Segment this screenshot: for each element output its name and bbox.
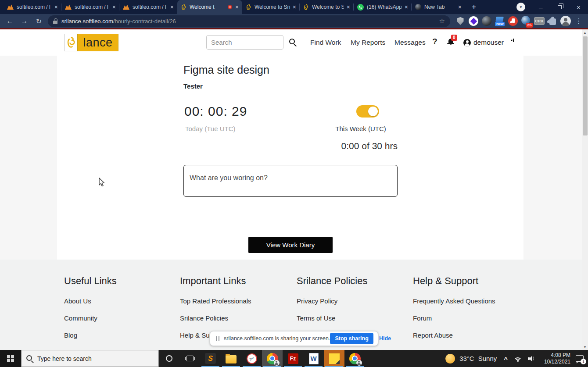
footer-link[interactable]: Terms of Use [297,314,367,322]
browser-tab[interactable]: softileo.com / l × [61,0,119,14]
scroll-down-icon[interactable]: ▼ [582,344,588,350]
scrollbar-thumb[interactable] [583,36,588,135]
taskbar-app-filezilla[interactable]: Fz [283,350,303,367]
weather-condition[interactable]: Sunny [478,355,497,362]
footer-link[interactable]: Report Abuse [413,331,495,339]
tab-title: Welcome t [190,4,225,10]
bookmark-star-icon[interactable]: ☆ [439,17,445,25]
profile-avatar[interactable] [559,14,572,28]
address-bar[interactable]: srilance.softileo.com /hourly-contract-d… [48,15,450,27]
stop-sharing-button[interactable]: Stop sharing [330,333,373,344]
tray-expand-icon[interactable]: ^ [504,356,508,363]
browser-tab[interactable]: (16) WhatsApp × [354,0,412,14]
clock-date: 10/12/2021 [540,359,570,365]
weather-temp[interactable]: 33°C [459,355,474,362]
adblock-extension-icon[interactable] [506,14,520,28]
footer-link[interactable]: Community [64,314,117,322]
softileo-favicon-icon [65,4,72,10]
work-memo-input[interactable] [183,165,398,197]
search-icon [26,355,33,362]
taskbar-search[interactable] [21,350,159,367]
taskbar-app-sticky-notes[interactable] [324,350,344,367]
contract-title: Figma site design [183,64,269,76]
timer-value: 00: 00: 29 [184,104,247,119]
task-view-button[interactable] [179,350,200,367]
footer-link[interactable]: Privacy Policy [297,297,367,305]
weather-sun-icon[interactable] [445,354,455,363]
taskbar-search-input[interactable] [37,355,143,362]
browser-tab[interactable]: softileo.com / l × [4,0,61,14]
browser-tab[interactable]: Welcome to Sri × [300,0,354,14]
week-caption: This Week (UTC) [326,125,396,132]
timer-toggle[interactable] [356,105,379,118]
shield-extension-icon[interactable] [454,14,467,28]
restore-button[interactable] [550,0,569,14]
folder-icon [226,355,237,363]
sphere-icon [482,16,491,26]
forward-button[interactable]: → [17,14,32,28]
footer-link[interactable]: Blog [64,331,117,339]
taskbar-app-word[interactable]: W [303,350,324,367]
footer-link[interactable]: About Us [64,297,117,305]
tab-close-icon[interactable]: × [293,4,296,10]
help-button[interactable]: ? [432,37,437,46]
taskbar-clock[interactable]: 4:08 PM 10/12/2021 [540,352,570,365]
extensions-puzzle-icon[interactable] [546,14,559,28]
volume-icon[interactable] [528,356,535,362]
newtab-favicon-icon [415,4,421,10]
user-menu[interactable]: demouser [463,29,504,56]
globe-extension-icon[interactable]: 25 [520,14,533,28]
back-button[interactable]: ← [3,14,17,28]
action-center-icon[interactable]: 1 [576,355,584,362]
new-extension-icon[interactable]: New [493,14,506,28]
taskbar-app-explorer[interactable] [221,350,241,367]
search-input[interactable] [206,35,283,50]
taskbar-app-chrome[interactable] [262,350,283,367]
sphere-extension-icon[interactable] [480,14,493,28]
hide-link[interactable]: Hide [379,335,391,342]
tab-close-icon[interactable]: × [54,4,58,10]
taskbar-app-chrome-profile2[interactable] [344,350,365,367]
tab-close-icon[interactable]: × [112,4,116,10]
nav-find-work[interactable]: Find Work [310,29,341,56]
taskbar-app-sublime[interactable]: S [200,350,221,367]
purple-extension-icon[interactable] [467,14,480,28]
tab-close-icon[interactable]: × [458,4,462,10]
footer-link[interactable]: Forum [413,314,495,322]
tab-search-button[interactable]: ▾ [516,3,525,11]
browser-tab[interactable]: Welcome to Sri × [242,0,300,14]
wifi-icon[interactable] [513,356,522,362]
footer-link[interactable]: Top Rated Professionals [180,297,251,305]
view-work-diary-button[interactable]: View Work Diary [248,237,333,253]
page-scrollbar[interactable]: ▲ ▼ [582,29,588,350]
restore-icon [558,5,562,9]
sticky-note-icon [329,353,340,364]
cortana-button[interactable] [159,350,179,367]
footer-link[interactable]: Srilance Policies [180,314,251,322]
tab-close-icon[interactable]: × [347,4,350,10]
new-tab-button[interactable]: + [468,1,480,13]
sublime-icon: S [205,353,216,364]
url-path: /hourly-contract-detail/26 [113,18,176,25]
crx-extension-icon[interactable]: CRX [533,14,546,28]
taskbar-app-snipping-tool[interactable]: ✂ [241,350,262,367]
reload-button[interactable]: ↻ [32,14,46,28]
footer-link[interactable]: Frequently Asked Questions [413,297,495,305]
tab-close-icon[interactable]: × [170,4,174,10]
srilance-logo[interactable]: lance [64,34,118,51]
nav-my-reports[interactable]: My Reports [351,29,385,56]
nav-messages[interactable]: Messages [394,29,426,56]
start-button[interactable] [0,350,21,367]
close-window-button[interactable]: × [569,0,588,14]
tab-close-icon[interactable]: × [405,4,408,10]
browser-tab-active[interactable]: Welcome t × [177,0,242,14]
search-icon[interactable] [289,39,297,46]
scroll-up-icon[interactable]: ▲ [582,29,588,36]
browser-tab[interactable]: New Tab × [412,0,465,14]
tab-close-icon[interactable]: × [235,4,239,10]
footer-heading: Srilance Policies [297,275,367,287]
minimize-button[interactable]: – [531,0,550,14]
screen-share-bar: srilance.softileo.com is sharing your sc… [210,331,378,346]
browser-tab[interactable]: softileo.com / l × [119,0,177,14]
browser-menu-button[interactable]: ⋮ [572,14,585,28]
